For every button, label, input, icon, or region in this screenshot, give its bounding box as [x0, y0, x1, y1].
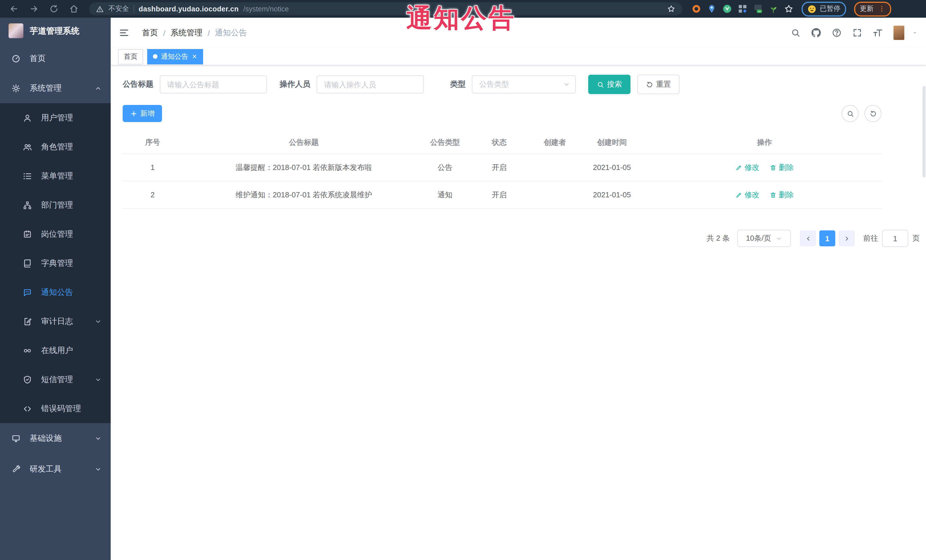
notice-title-label: 公告标题: [123, 79, 153, 89]
sidebar-item-dictionary-management[interactable]: 字典管理: [0, 249, 111, 278]
sidebar-item-notice-announcement[interactable]: 通知公告: [0, 278, 111, 307]
column-header-title: 公告标题: [183, 137, 425, 148]
browser-reload-icon[interactable]: [49, 4, 59, 14]
sidebar-item-system-management[interactable]: 系统管理: [0, 74, 111, 103]
table-row[interactable]: 1 温馨提醒：2018-07-01 若依新版本发布啦 公告 开启 2021-01…: [123, 154, 882, 181]
pagination-total: 共 2 条: [707, 233, 730, 243]
extension-grid-icon[interactable]: [738, 4, 747, 14]
audit-log-icon: [23, 317, 32, 326]
update-label: 更新: [860, 4, 873, 14]
edit-label: 修改: [744, 190, 760, 200]
browser-back-icon[interactable]: [9, 4, 19, 14]
tab-notice-announcement[interactable]: 通知公告: [147, 49, 203, 64]
sidebar-item-audit-log[interactable]: 审计日志: [0, 307, 111, 336]
sidebar-item-sms-management[interactable]: 短信管理: [0, 365, 111, 394]
close-icon[interactable]: [192, 54, 197, 59]
delete-button[interactable]: 删除: [770, 162, 794, 172]
sidebar-item-label: 部门管理: [41, 200, 73, 210]
vertical-scrollbar[interactable]: [923, 86, 925, 177]
search-icon[interactable]: [791, 28, 800, 38]
sidebar-item-home[interactable]: 首页: [0, 44, 111, 74]
edit-button[interactable]: 修改: [735, 190, 760, 200]
add-button[interactable]: 新增: [123, 105, 162, 122]
goto-label: 前往: [863, 233, 878, 243]
sidebar-item-menu-management[interactable]: 菜单管理: [0, 162, 111, 190]
reset-button[interactable]: 重置: [637, 75, 679, 94]
address-bar[interactable]: 不安全 dashboard.yudao.iocoder.cn /system/n…: [89, 2, 682, 15]
extension-on-badge-icon[interactable]: [753, 4, 763, 14]
sidebar-item-label: 研发工具: [30, 464, 62, 474]
row-no: 1: [123, 163, 183, 172]
pencil-icon: [735, 164, 742, 171]
sidebar-item-department-management[interactable]: 部门管理: [0, 190, 111, 220]
browser-forward-icon[interactable]: [29, 4, 39, 14]
operator-input[interactable]: [317, 75, 424, 94]
fullscreen-icon[interactable]: [852, 28, 862, 38]
sidebar-item-label: 岗位管理: [41, 229, 73, 239]
goto-page-input[interactable]: [882, 230, 908, 247]
extension-star-icon[interactable]: [784, 4, 794, 14]
sidebar-item-devtools[interactable]: 研发工具: [0, 454, 111, 485]
tab-label: 首页: [124, 51, 138, 61]
column-header-no: 序号: [123, 137, 183, 148]
column-header-status: 状态: [465, 137, 533, 148]
filter-type-group: 类型 公告类型: [450, 75, 576, 94]
not-secure-icon: [96, 5, 104, 13]
tab-home[interactable]: 首页: [118, 49, 143, 64]
font-size-icon[interactable]: [873, 28, 883, 38]
extension-donut-icon[interactable]: [691, 4, 701, 14]
navbar: 首页 / 系统管理 / 通知公告: [111, 18, 926, 48]
extension-vue-icon[interactable]: [722, 4, 732, 14]
caret-down-icon[interactable]: [912, 30, 918, 36]
breadcrumb-system-management[interactable]: 系统管理: [171, 28, 203, 38]
table-toolbar: 新增: [123, 105, 882, 122]
notice-type-select[interactable]: 公告类型: [472, 75, 576, 94]
sidebar-item-error-code-management[interactable]: 错误码管理: [0, 394, 111, 423]
prev-page-button[interactable]: [800, 230, 816, 246]
edit-button[interactable]: 修改: [735, 162, 760, 172]
notice-title-input[interactable]: [160, 75, 267, 94]
github-icon[interactable]: [811, 28, 821, 38]
page-size-select[interactable]: 10条/页: [737, 230, 791, 247]
sidebar-item-label: 短信管理: [41, 374, 73, 385]
main-panel: 首页 / 系统管理 / 通知公告 首页: [111, 18, 926, 560]
browser-update-chip[interactable]: 更新: [854, 2, 891, 16]
hamburger-icon[interactable]: [119, 27, 130, 38]
next-page-button[interactable]: [839, 230, 855, 246]
browser-menu-icon[interactable]: [878, 5, 885, 12]
app-logo[interactable]: 芋道管理系统: [0, 18, 111, 44]
extension-sprout-icon[interactable]: [769, 4, 778, 14]
sidebar-item-role-management[interactable]: 角色管理: [0, 132, 111, 162]
sidebar-item-user-management[interactable]: 用户管理: [0, 103, 111, 132]
refresh-table-button[interactable]: [864, 105, 882, 122]
help-icon[interactable]: [832, 28, 841, 38]
bookmark-star-icon[interactable]: [667, 5, 676, 13]
chevron-down-icon: [563, 81, 570, 88]
sidebar-item-online-users[interactable]: 在线用户: [0, 336, 111, 365]
sidebar-item-infrastructure[interactable]: 基础设施: [0, 423, 111, 454]
profile-status-label: 已暂停: [820, 4, 840, 14]
toggle-search-button[interactable]: [841, 105, 859, 122]
reset-button-label: 重置: [656, 79, 671, 89]
extension-pin-icon[interactable]: [707, 4, 717, 14]
table-row[interactable]: 2 维护通知：2018-07-01 若依系统凌晨维护 通知 开启 2021-01…: [123, 181, 882, 209]
active-tab-dot: [153, 54, 157, 59]
breadcrumb-home[interactable]: 首页: [142, 28, 158, 38]
page-number-current[interactable]: 1: [819, 230, 835, 246]
row-actions: 修改 删除: [648, 190, 882, 200]
chevron-down-icon: [95, 318, 101, 325]
notice-type-placeholder: 公告类型: [479, 79, 509, 89]
search-button[interactable]: 搜索: [588, 75, 631, 94]
user-avatar[interactable]: [893, 26, 904, 40]
browser-home-icon[interactable]: [69, 4, 79, 14]
browser-profile-chip[interactable]: 已暂停: [802, 2, 846, 16]
sidebar-item-label: 首页: [30, 54, 45, 64]
edit-label: 修改: [744, 162, 760, 172]
refresh-icon: [869, 110, 877, 117]
sidebar-item-post-management[interactable]: 岗位管理: [0, 220, 111, 249]
delete-button[interactable]: 删除: [770, 190, 794, 200]
sidebar-item-label: 用户管理: [41, 113, 73, 123]
notice-table: 序号 公告标题 公告类型 状态 创建者 创建时间 操作 1 温馨提醒：2018-…: [123, 132, 882, 209]
profile-emoji-icon: [807, 4, 817, 14]
sms-icon: [23, 375, 32, 384]
